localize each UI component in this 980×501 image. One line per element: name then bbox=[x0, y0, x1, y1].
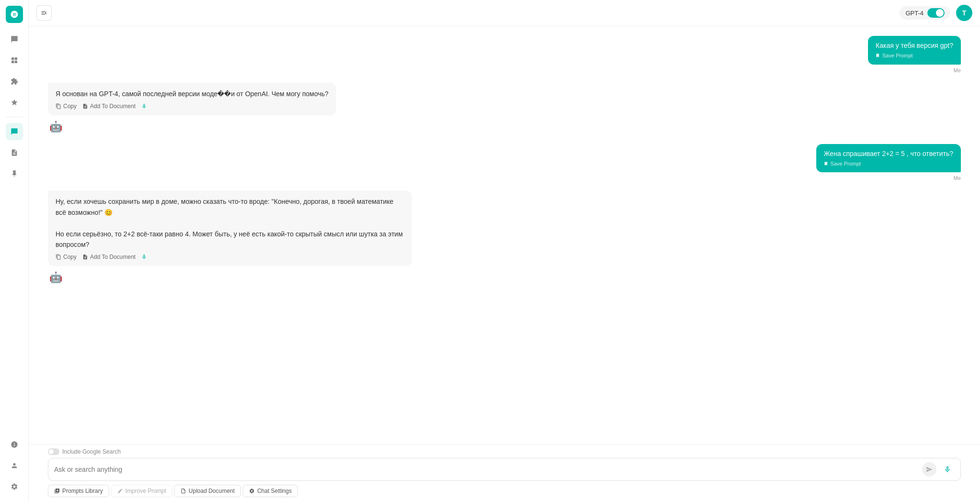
sidebar-item-info[interactable] bbox=[6, 436, 23, 453]
toolbar-row: Prompts Library Improve Prompt Upload Do… bbox=[48, 481, 961, 501]
save-prompt-label-2: Save Prompt bbox=[831, 160, 861, 168]
audio-btn-1[interactable] bbox=[141, 103, 147, 109]
user-author-2: Me bbox=[954, 175, 961, 181]
gpt4-label: GPT-4 bbox=[905, 10, 924, 17]
chat-settings-label: Chat Settings bbox=[257, 488, 292, 494]
prompts-library-button[interactable]: Prompts Library bbox=[48, 485, 109, 497]
sidebar bbox=[0, 0, 29, 501]
bot-bubble-2: Ну, если хочешь сохранить мир в доме, мо… bbox=[48, 190, 412, 266]
copy-label-1: Copy bbox=[63, 103, 77, 110]
topbar-left bbox=[36, 5, 52, 21]
upload-document-label: Upload Document bbox=[189, 488, 235, 494]
google-search-label: Include Google Search bbox=[62, 448, 121, 455]
bot-message-1: Я основан на GPT-4, самой последней верс… bbox=[48, 83, 961, 134]
bot-message-2: Ну, если хочешь сохранить мир в доме, мо… bbox=[48, 190, 961, 285]
message-group-4: Ну, если хочешь сохранить мир в доме, мо… bbox=[48, 190, 961, 285]
chat-input[interactable] bbox=[54, 466, 918, 473]
sidebar-item-plugins[interactable] bbox=[6, 73, 23, 90]
copy-btn-1[interactable]: Copy bbox=[56, 103, 77, 110]
bot-avatar-2: 🤖 bbox=[48, 270, 63, 285]
add-doc-label-1: Add To Document bbox=[90, 103, 135, 110]
add-doc-btn-2[interactable]: Add To Document bbox=[82, 254, 135, 260]
sidebar-item-user[interactable] bbox=[6, 457, 23, 474]
user-author-1: Me bbox=[954, 67, 961, 73]
user-avatar[interactable]: T bbox=[956, 5, 972, 21]
bot-avatar-1: 🤖 bbox=[48, 119, 63, 134]
sidebar-item-grid[interactable] bbox=[6, 52, 23, 69]
google-toggle-icon[interactable] bbox=[48, 448, 59, 455]
chat-area: Какая у тебя версия gpt? Save Prompt Me … bbox=[29, 26, 980, 444]
sidebar-item-chat[interactable] bbox=[6, 31, 23, 48]
bot-text-1: Я основан на GPT-4, самой последней верс… bbox=[56, 90, 328, 98]
save-prompt-label-1: Save Prompt bbox=[882, 52, 913, 60]
user-bubble-1: Какая у тебя версия gpt? Save Prompt bbox=[868, 36, 961, 65]
mic-button[interactable] bbox=[940, 462, 955, 477]
app-logo[interactable] bbox=[6, 6, 23, 23]
sidebar-divider-1 bbox=[6, 117, 23, 117]
message-group-2: Я основан на GPT-4, самой последней верс… bbox=[48, 83, 961, 134]
gpt4-toggle[interactable] bbox=[927, 8, 945, 18]
bot-text-2: Ну, если хочешь сохранить мир в доме, мо… bbox=[56, 198, 403, 248]
collapse-sidebar-button[interactable] bbox=[36, 5, 52, 21]
input-row bbox=[48, 458, 961, 481]
sidebar-item-settings[interactable] bbox=[6, 478, 23, 495]
user-text-2: Жена спрашивает 2+2 = 5 , что ответить? bbox=[824, 150, 953, 157]
improve-prompt-label: Improve Prompt bbox=[125, 488, 166, 494]
add-doc-label-2: Add To Document bbox=[90, 254, 135, 260]
send-button[interactable] bbox=[922, 462, 936, 477]
sidebar-item-documents[interactable] bbox=[6, 144, 23, 161]
improve-prompt-button[interactable]: Improve Prompt bbox=[111, 485, 172, 497]
message-group-3: Жена спрашивает 2+2 = 5 , что ответить? … bbox=[48, 144, 961, 181]
user-text-1: Какая у тебя версия gpt? bbox=[876, 42, 953, 49]
copy-label-2: Copy bbox=[63, 254, 77, 260]
bot-bubble-1: Я основан на GPT-4, самой последней верс… bbox=[48, 83, 336, 115]
bot-actions-1: Copy Add To Document bbox=[56, 103, 328, 110]
topbar-right: GPT-4 T bbox=[900, 5, 972, 21]
upload-document-button[interactable]: Upload Document bbox=[174, 485, 241, 497]
main-area: GPT-4 T Какая у тебя версия gpt? Save Pr… bbox=[29, 0, 980, 501]
user-bubble-2: Жена спрашивает 2+2 = 5 , что ответить? … bbox=[816, 144, 961, 173]
save-prompt-btn-2[interactable]: Save Prompt bbox=[824, 160, 953, 168]
bottom-bar: Include Google Search Prompts Library Im… bbox=[29, 444, 980, 501]
google-search-toggle[interactable]: Include Google Search bbox=[48, 448, 961, 455]
chat-settings-button[interactable]: Chat Settings bbox=[243, 485, 298, 497]
save-prompt-btn-1[interactable]: Save Prompt bbox=[876, 52, 953, 60]
sidebar-item-favorites[interactable] bbox=[6, 94, 23, 111]
audio-btn-2[interactable] bbox=[141, 254, 147, 260]
topbar: GPT-4 T bbox=[29, 0, 980, 26]
user-message-1: Какая у тебя версия gpt? Save Prompt Me bbox=[868, 36, 961, 73]
sidebar-item-pinned[interactable] bbox=[6, 165, 23, 182]
prompts-library-label: Prompts Library bbox=[62, 488, 103, 494]
message-group-1: Какая у тебя версия gpt? Save Prompt Me bbox=[48, 36, 961, 73]
bot-actions-2: Copy Add To Document bbox=[56, 254, 404, 260]
sidebar-item-messages[interactable] bbox=[6, 123, 23, 140]
add-doc-btn-1[interactable]: Add To Document bbox=[82, 103, 135, 110]
user-message-2: Жена спрашивает 2+2 = 5 , что ответить? … bbox=[816, 144, 961, 181]
copy-btn-2[interactable]: Copy bbox=[56, 254, 77, 260]
gpt4-badge[interactable]: GPT-4 bbox=[900, 6, 950, 20]
